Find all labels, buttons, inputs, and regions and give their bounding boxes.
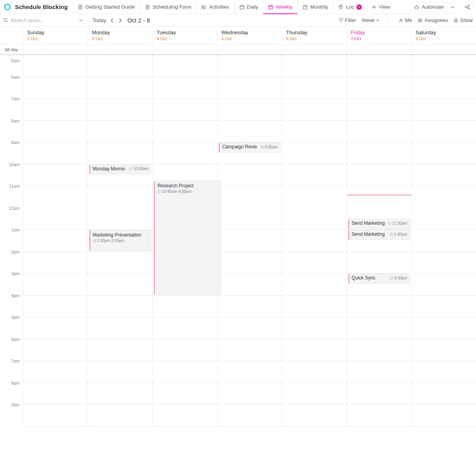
- day-header[interactable]: Friday7 Oct: [347, 27, 411, 44]
- time-slot[interactable]: [153, 77, 217, 99]
- all-day-cell[interactable]: [347, 45, 411, 54]
- time-slot[interactable]: [347, 99, 411, 121]
- time-slot[interactable]: [23, 230, 88, 252]
- time-slot[interactable]: [88, 99, 153, 121]
- tab-loc[interactable]: Loc: [333, 0, 367, 14]
- day-header[interactable]: Saturday8 Oct: [411, 27, 476, 44]
- tab-daily[interactable]: Daily: [234, 0, 263, 14]
- time-slot[interactable]: [218, 274, 282, 296]
- time-slot[interactable]: [23, 383, 88, 405]
- time-slot[interactable]: [411, 142, 476, 165]
- time-slot[interactable]: [88, 296, 153, 318]
- time-slot[interactable]: [282, 405, 347, 427]
- time-slot[interactable]: [218, 99, 282, 121]
- time-slot[interactable]: [23, 208, 88, 230]
- time-slot[interactable]: [153, 339, 217, 361]
- time-slot[interactable]: [347, 142, 411, 165]
- calendar-event[interactable]: Quick Sync3:00pm: [348, 274, 410, 284]
- time-slot[interactable]: [411, 99, 476, 121]
- time-slot[interactable]: [218, 77, 282, 99]
- time-slot[interactable]: [282, 252, 347, 274]
- next-week-button[interactable]: [116, 18, 124, 23]
- time-slot[interactable]: [23, 274, 88, 296]
- time-slot[interactable]: [218, 405, 282, 427]
- time-slot[interactable]: [411, 274, 476, 296]
- time-slot[interactable]: [282, 165, 347, 187]
- time-slot[interactable]: [88, 383, 153, 405]
- time-slot[interactable]: [411, 55, 476, 77]
- time-slot[interactable]: [411, 186, 476, 208]
- time-slot[interactable]: [347, 405, 411, 427]
- time-slot[interactable]: [153, 317, 217, 339]
- time-slot[interactable]: [347, 186, 411, 208]
- time-slot[interactable]: [88, 252, 153, 274]
- tab-view[interactable]: View: [367, 0, 395, 14]
- prev-week-button[interactable]: [109, 18, 116, 23]
- time-slot[interactable]: [218, 339, 282, 361]
- time-slot[interactable]: [218, 165, 282, 187]
- day-header[interactable]: Sunday2 Oct: [23, 27, 88, 44]
- time-slot[interactable]: [282, 317, 347, 339]
- time-slot[interactable]: [218, 208, 282, 230]
- time-slot[interactable]: [88, 208, 153, 230]
- time-slot[interactable]: [347, 317, 411, 339]
- chevron-down-icon[interactable]: [79, 18, 83, 22]
- time-slot[interactable]: [153, 121, 217, 143]
- time-slot[interactable]: [153, 99, 217, 121]
- time-slot[interactable]: [411, 296, 476, 318]
- time-slot[interactable]: [23, 165, 88, 187]
- day-header[interactable]: Wednesday5 Oct: [217, 27, 282, 44]
- calendar-event[interactable]: Campaign Revie9:00am: [219, 142, 281, 153]
- time-slot[interactable]: [23, 121, 88, 143]
- me-button[interactable]: Me: [399, 17, 412, 23]
- day-column[interactable]: Monday Mornin10:00amMarketing Presentati…: [88, 55, 153, 427]
- time-slot[interactable]: [88, 274, 153, 296]
- tab-getting-started-guide[interactable]: Getting Started Guide: [72, 0, 140, 14]
- calendar-event[interactable]: Research Project10:45am-4:00pm: [154, 181, 221, 294]
- time-slot[interactable]: [23, 99, 88, 121]
- time-slot[interactable]: [218, 296, 282, 318]
- time-slot[interactable]: [88, 317, 153, 339]
- search-box[interactable]: [3, 17, 82, 23]
- time-slot[interactable]: [411, 165, 476, 187]
- time-slot[interactable]: [218, 252, 282, 274]
- time-slot[interactable]: [153, 405, 217, 427]
- time-slot[interactable]: [411, 230, 476, 252]
- time-slot[interactable]: [23, 55, 88, 77]
- all-day-cell[interactable]: [411, 45, 476, 54]
- time-slot[interactable]: [282, 230, 347, 252]
- time-slot[interactable]: [218, 383, 282, 405]
- time-slot[interactable]: [282, 339, 347, 361]
- tab-activities[interactable]: Activities: [196, 0, 234, 14]
- time-slot[interactable]: [282, 274, 347, 296]
- time-slot[interactable]: [23, 405, 88, 427]
- tab-scheduling-form[interactable]: Scheduling Form: [140, 0, 196, 14]
- time-slot[interactable]: [347, 77, 411, 99]
- time-slot[interactable]: [282, 99, 347, 121]
- time-slot[interactable]: [23, 252, 88, 274]
- time-slot[interactable]: [347, 55, 411, 77]
- time-slot[interactable]: [282, 361, 347, 383]
- time-slot[interactable]: [88, 186, 153, 208]
- tab-monthly[interactable]: Monthly: [297, 0, 333, 14]
- time-slot[interactable]: [411, 405, 476, 427]
- time-slot[interactable]: [218, 361, 282, 383]
- time-slot[interactable]: [411, 208, 476, 230]
- time-slot[interactable]: [23, 317, 88, 339]
- share-button[interactable]: [462, 2, 473, 12]
- time-slot[interactable]: [347, 339, 411, 361]
- time-slot[interactable]: [282, 55, 347, 77]
- day-column[interactable]: [282, 55, 347, 427]
- time-slot[interactable]: [23, 142, 88, 165]
- day-column[interactable]: [23, 55, 88, 427]
- day-header[interactable]: Tuesday4 Oct: [152, 27, 217, 44]
- time-slot[interactable]: [153, 383, 217, 405]
- calendar-event[interactable]: Send Marketing1:00pm: [348, 230, 410, 240]
- time-slot[interactable]: [88, 55, 153, 77]
- day-header[interactable]: Thursday6 Oct: [282, 27, 347, 44]
- all-day-cell[interactable]: [23, 45, 88, 54]
- time-slot[interactable]: [411, 252, 476, 274]
- time-slot[interactable]: [88, 361, 153, 383]
- day-column[interactable]: Campaign Revie9:00am: [217, 55, 282, 427]
- day-header[interactable]: Monday3 Oct: [88, 27, 153, 44]
